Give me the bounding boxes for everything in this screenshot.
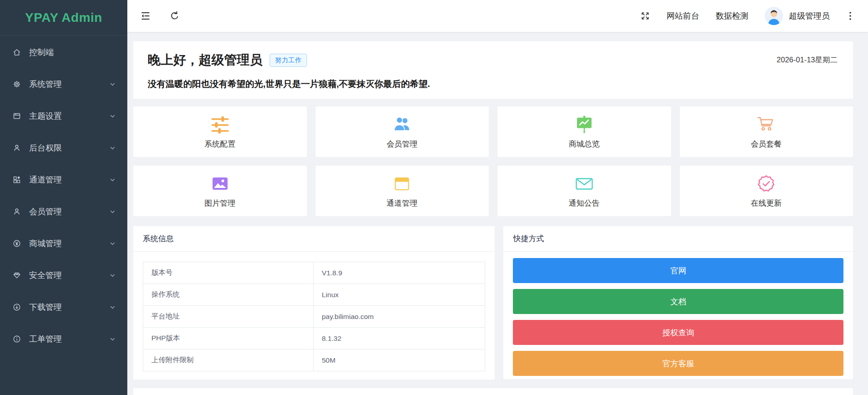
bottom-panels: 系统信息 版本号 V1.8.9 操作系统 Linux [133, 226, 853, 380]
sidebar-item-security[interactable]: 安全管理 [0, 259, 127, 291]
more-menu-icon[interactable] [846, 11, 854, 21]
card-label: 商城总览 [569, 139, 600, 149]
card-member-management[interactable]: 会员管理 [316, 106, 489, 157]
info-label: 版本号 [143, 262, 314, 284]
official-site-button[interactable]: 官网 [513, 258, 843, 283]
site-frontend-link[interactable]: 网站前台 [667, 10, 699, 21]
table-row: 操作系统 Linux [143, 284, 485, 306]
card-online-update[interactable]: 在线更新 [680, 166, 853, 216]
sidebar-item-theme[interactable]: 主题设置 [0, 100, 127, 132]
main-area: 网站前台 数据检测 超级管理员 晚上好，超级管理员 努力工作 没有温暖的阳也没有… [127, 0, 868, 395]
quick-cards-row-1: 系统配置 会员管理 商城总览 会员套餐 [133, 106, 853, 157]
card-label: 图片管理 [205, 198, 236, 208]
info-label: 平台地址 [143, 306, 314, 328]
sidebar-item-label: 后台权限 [29, 142, 110, 153]
chevron-down-icon [110, 304, 115, 310]
info-value: pay.bilimiao.com [313, 306, 485, 328]
admin-user-icon [12, 143, 22, 153]
support-button[interactable]: 官方客服 [513, 351, 843, 376]
home-icon [12, 47, 22, 57]
sidebar-item-tickets[interactable]: 工单管理 [0, 323, 127, 355]
table-row: 平台地址 pay.bilimiao.com [143, 306, 485, 328]
sidebar-item-label: 商城管理 [29, 238, 110, 249]
chevron-down-icon [110, 209, 115, 215]
avatar [765, 7, 783, 25]
info-icon [12, 334, 22, 344]
data-check-link[interactable]: 数据检测 [716, 10, 748, 21]
card-label: 会员管理 [386, 139, 417, 149]
table-row: PHP版本 8.1.32 [143, 328, 485, 349]
card-image-management[interactable]: 图片管理 [133, 166, 307, 216]
refresh-icon[interactable] [169, 10, 180, 21]
chevron-down-icon [110, 177, 115, 183]
card-label: 会员套餐 [751, 139, 782, 149]
chevron-down-icon [110, 273, 115, 279]
current-date: 2026-01-13星期二 [777, 55, 838, 65]
users-icon [392, 114, 412, 135]
system-info-panel: 系统信息 版本号 V1.8.9 操作系统 Linux [133, 226, 495, 380]
app-logo: YPAY Admin [0, 0, 127, 35]
card-member-packages[interactable]: 会员套餐 [680, 106, 853, 157]
sidebar-item-label: 安全管理 [29, 270, 110, 281]
sidebar-menu: 控制端 系统管理 主题设置 后台权限 [0, 35, 127, 355]
gear-icon [12, 79, 22, 89]
sliders-icon [210, 114, 230, 135]
table-row: 上传附件限制 50M [143, 349, 485, 371]
sidebar-item-label: 主题设置 [29, 111, 110, 122]
user-icon [12, 207, 22, 217]
sidebar-item-label: 通道管理 [29, 174, 110, 185]
fullscreen-icon[interactable] [640, 11, 650, 21]
mail-icon [574, 173, 594, 194]
table-row: 版本号 V1.8.9 [143, 262, 485, 284]
info-label: 操作系统 [143, 284, 314, 306]
username: 超级管理员 [789, 10, 830, 21]
apps-icon [12, 175, 22, 185]
sidebar-item-members[interactable]: 会员管理 [0, 196, 127, 228]
motto-text: 没有温暖的阳也没有希望的光,世界只是一片狼藉,不要抹灭你最后的希望. [148, 78, 838, 89]
info-value: 8.1.32 [313, 328, 485, 349]
card-label: 通道管理 [386, 198, 417, 208]
sidebar-item-channels[interactable]: 通道管理 [0, 164, 127, 196]
card-system-config[interactable]: 系统配置 [133, 106, 307, 157]
sidebar-item-label: 工单管理 [29, 334, 110, 344]
sidebar-item-mall[interactable]: 商城管理 [0, 228, 127, 259]
chevron-down-icon [110, 145, 115, 151]
user-menu[interactable]: 超级管理员 [765, 7, 830, 25]
next-panel-partial [133, 388, 853, 395]
sidebar-item-label: 控制端 [29, 47, 115, 58]
sidebar: YPAY Admin 控制端 系统管理 主题设置 [0, 0, 127, 395]
info-value: V1.8.9 [313, 262, 485, 284]
chevron-down-icon [110, 336, 115, 342]
system-info-table: 版本号 V1.8.9 操作系统 Linux 平台地址 pay.bilimiao.… [143, 262, 485, 371]
card-notices[interactable]: 通知公告 [497, 166, 671, 216]
card-label: 通知公告 [569, 198, 600, 208]
quick-cards-row-2: 图片管理 通道管理 通知公告 在线更新 [133, 166, 853, 216]
sidebar-item-system[interactable]: 系统管理 [0, 68, 127, 100]
collapse-sidebar-icon[interactable] [140, 10, 151, 21]
info-value: 50M [313, 349, 485, 371]
yen-circle-icon [12, 238, 22, 248]
board-chart-icon [574, 114, 594, 135]
sidebar-item-downloads[interactable]: 下载管理 [0, 291, 127, 323]
card-channel-management[interactable]: 通道管理 [316, 166, 489, 216]
greeting-title: 晚上好，超级管理员 [148, 51, 262, 69]
content: 晚上好，超级管理员 努力工作 没有温暖的阳也没有希望的光,世界只是一片狼藉,不要… [127, 32, 868, 395]
sidebar-item-permissions[interactable]: 后台权限 [0, 132, 127, 164]
work-badge: 努力工作 [270, 54, 307, 67]
download-icon [12, 302, 22, 312]
info-value: Linux [313, 284, 485, 306]
docs-button[interactable]: 文档 [513, 289, 843, 314]
theme-icon [12, 111, 22, 121]
card-label: 系统配置 [205, 139, 236, 149]
gem-icon [12, 270, 22, 280]
license-query-button[interactable]: 授权查询 [513, 320, 843, 345]
sidebar-item-label: 系统管理 [29, 79, 110, 90]
sidebar-item-label: 下载管理 [29, 302, 110, 313]
image-icon [210, 173, 230, 194]
card-mall-overview[interactable]: 商城总览 [497, 106, 671, 157]
card-label: 在线更新 [751, 198, 782, 208]
sidebar-item-label: 会员管理 [29, 206, 110, 217]
info-label: 上传附件限制 [143, 349, 314, 371]
sidebar-item-dashboard[interactable]: 控制端 [0, 36, 127, 68]
shortcuts-panel: 快捷方式 官网 文档 授权查询 官方客服 [503, 226, 853, 379]
